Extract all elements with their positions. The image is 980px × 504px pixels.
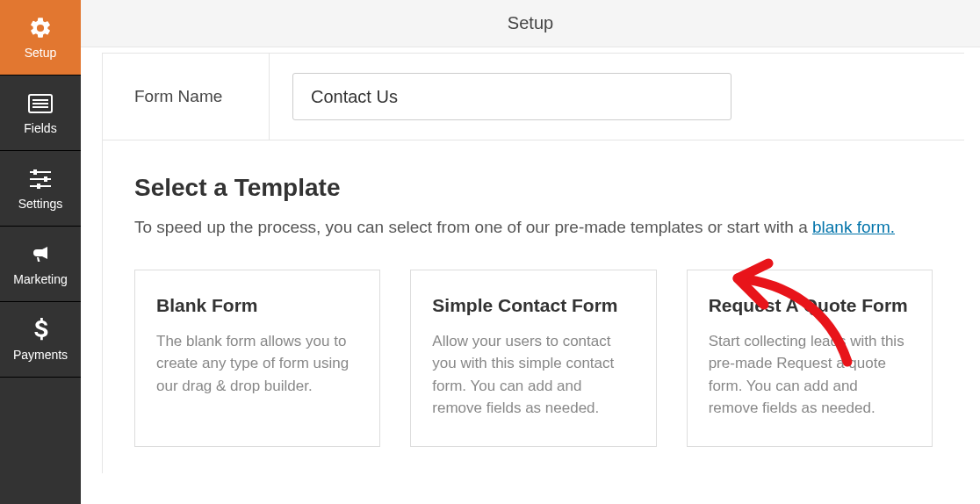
page-title: Setup — [508, 13, 553, 33]
template-desc: Allow your users to contact you with thi… — [432, 330, 634, 420]
dollar-icon — [28, 318, 53, 342]
sidebar-item-payments[interactable]: Payments — [0, 302, 81, 378]
gear-icon — [28, 16, 53, 40]
form-name-label: Form Name — [103, 54, 270, 140]
sidebar: Setup Fields — [0, 0, 81, 504]
blank-form-link[interactable]: blank form. — [812, 218, 895, 236]
template-card-request-quote[interactable]: Request A Quote Form Start collecting le… — [687, 270, 933, 447]
svg-rect-4 — [30, 171, 51, 173]
sidebar-item-settings[interactable]: Settings — [0, 151, 81, 227]
template-title: Simple Contact Form — [432, 295, 634, 316]
template-title: Blank Form — [156, 295, 358, 316]
section-lead: To speed up the process, you can select … — [134, 216, 933, 240]
sidebar-item-label: Payments — [13, 348, 68, 362]
svg-rect-5 — [30, 178, 51, 180]
sidebar-item-marketing[interactable]: Marketing — [0, 227, 81, 302]
list-icon — [28, 91, 53, 116]
svg-rect-8 — [44, 176, 47, 182]
bullhorn-icon — [28, 242, 53, 267]
template-card-blank[interactable]: Blank Form The blank form allows you to … — [134, 270, 380, 447]
svg-rect-9 — [37, 184, 40, 189]
template-section: Select a Template To speed up the proces… — [103, 140, 964, 473]
form-name-input[interactable] — [292, 73, 731, 120]
template-desc: The blank form allows you to create any … — [156, 330, 358, 398]
lead-text: To speed up the process, you can select … — [134, 218, 812, 236]
form-name-row: Form Name — [103, 54, 964, 140]
sidebar-item-label: Fields — [24, 121, 56, 135]
sidebar-item-label: Setup — [25, 46, 57, 60]
template-desc: Start collecting leads with this pre-mad… — [709, 330, 911, 420]
sidebar-item-label: Marketing — [13, 272, 67, 286]
svg-rect-7 — [33, 169, 37, 175]
section-heading: Select a Template — [134, 174, 933, 202]
topbar: Setup — [81, 0, 980, 47]
template-title: Request A Quote Form — [709, 295, 911, 316]
main-panel: Setup Form Name Select a Template To spe… — [81, 0, 980, 504]
template-card-simple-contact[interactable]: Simple Contact Form Allow your users to … — [410, 270, 656, 447]
sliders-icon — [28, 167, 53, 191]
template-grid: Blank Form The blank form allows you to … — [134, 270, 933, 447]
sidebar-item-setup[interactable]: Setup — [0, 0, 81, 76]
sidebar-item-label: Settings — [18, 197, 63, 211]
sidebar-item-fields[interactable]: Fields — [0, 76, 81, 151]
